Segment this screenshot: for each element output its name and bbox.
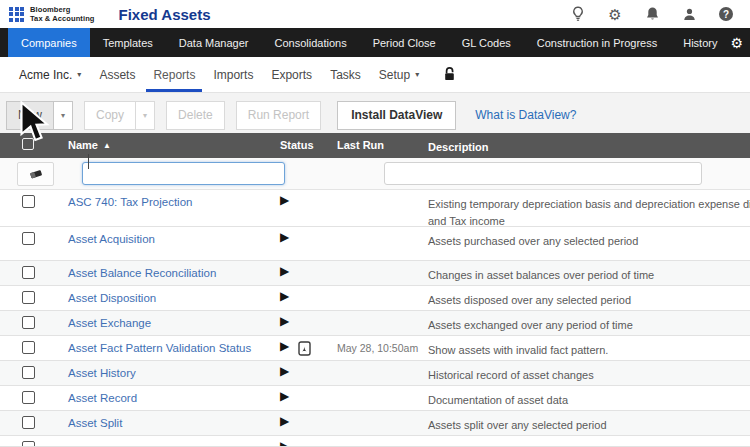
row-checkbox[interactable] <box>22 291 35 304</box>
table-row[interactable]: Asset Balance Reconciliation ▶ Changes i… <box>0 261 750 286</box>
bloomberg-logo-text: Bloomberg Tax & Accounting <box>30 5 95 23</box>
last-run-value <box>332 311 420 335</box>
filter-row <box>0 158 750 190</box>
delete-button[interactable]: Delete <box>166 101 225 130</box>
bloomberg-grid-logo-icon <box>9 7 24 22</box>
row-checkbox[interactable] <box>22 441 35 447</box>
reports-toolbar: New ▾ Copy ▾ Delete Run Report Install D… <box>6 100 576 130</box>
install-dataview-button[interactable]: Install DataView <box>337 101 456 130</box>
row-checkbox[interactable] <box>22 316 35 329</box>
page-title: Fixed Assets <box>119 6 211 23</box>
tab-tasks[interactable]: Tasks <box>321 57 370 92</box>
tab-assets[interactable]: Assets <box>90 57 144 92</box>
tab-imports[interactable]: Imports <box>204 57 262 92</box>
last-run-value: May 28, 10:50am <box>332 336 420 360</box>
run-report-icon[interactable]: ▶ <box>280 390 289 403</box>
report-link[interactable]: Asset Disposition <box>68 292 156 304</box>
table-header: Name▲ Status Last Run Description <box>0 133 750 158</box>
report-link[interactable]: Asset Balance Reconciliation <box>68 267 216 279</box>
company-selector[interactable]: Acme Inc. ▾ <box>10 57 90 92</box>
company-name: Acme Inc. <box>19 68 72 82</box>
run-report-button[interactable]: Run Report <box>236 101 321 130</box>
nav-tab-data-manager[interactable]: Data Manager <box>166 28 262 57</box>
report-link[interactable]: Asset Record <box>68 392 137 404</box>
nav-gear-icon[interactable]: ⚙ <box>730 35 743 51</box>
nav-tab-consolidations[interactable]: Consolidations <box>262 28 360 57</box>
nav-tab-period-close[interactable]: Period Close <box>360 28 449 57</box>
notifications-bell-icon[interactable] <box>644 6 660 22</box>
tab-reports[interactable]: Reports <box>144 57 204 92</box>
row-checkbox[interactable] <box>22 416 35 429</box>
run-report-icon[interactable]: ▶ <box>280 415 289 428</box>
description-filter-input[interactable] <box>384 162 702 185</box>
tab-setup[interactable]: Setup ▾ <box>370 57 428 92</box>
row-checkbox[interactable] <box>22 341 35 354</box>
new-dropdown-button[interactable]: ▾ <box>54 101 73 130</box>
copy-dropdown-button[interactable]: ▾ <box>136 101 155 130</box>
report-description: Assets purchased over any selected perio… <box>420 227 750 260</box>
table-row[interactable]: Asset Exchange ▶ Assets exchanged over a… <box>0 311 750 336</box>
last-run-value <box>332 361 420 385</box>
nav-tab-history[interactable]: History <box>670 28 730 57</box>
table-row[interactable]: Asset Disposition ▶ Assets disposed over… <box>0 286 750 311</box>
row-checkbox[interactable] <box>22 195 35 208</box>
lightbulb-icon[interactable] <box>570 6 586 22</box>
table-row[interactable]: Asset Acquisition ▶ Assets purchased ove… <box>0 227 750 261</box>
last-run-value <box>332 411 420 435</box>
last-run-value <box>332 190 420 226</box>
report-description: Historical record of asset changes <box>420 361 750 385</box>
run-report-icon[interactable]: ▶ <box>280 265 289 278</box>
table-row[interactable]: Asset Fact Pattern Validation Status ▶ M… <box>0 336 750 361</box>
row-checkbox[interactable] <box>22 232 35 245</box>
table-row[interactable]: ASC 740: Tax Projection ▶ Existing tempo… <box>0 190 750 227</box>
run-report-icon[interactable]: ▶ <box>280 290 289 303</box>
name-filter-input[interactable] <box>82 162 285 185</box>
table-row[interactable]: Asset History ▶ Historical record of ass… <box>0 361 750 386</box>
report-link[interactable]: Asset Fact Pattern Validation Status <box>68 342 251 354</box>
run-report-icon: ▶ <box>280 440 289 447</box>
help-icon[interactable]: ? <box>718 6 734 22</box>
new-button[interactable]: New <box>6 101 54 130</box>
table-row[interactable]: Asset Record ▶ Documentation of asset da… <box>0 386 750 411</box>
column-header-description[interactable]: Description <box>420 133 750 158</box>
sub-nav: Acme Inc. ▾ Assets Reports Imports Expor… <box>0 57 750 93</box>
report-link[interactable]: Asset Exchange <box>68 317 151 329</box>
nav-tab-companies[interactable]: Companies <box>8 28 90 57</box>
what-is-dataview-link[interactable]: What is DataView? <box>475 108 576 122</box>
nav-tab-construction-in-progress[interactable]: Construction in Progress <box>524 28 670 57</box>
row-checkbox[interactable] <box>22 266 35 279</box>
pdf-file-icon[interactable] <box>298 341 311 358</box>
report-link[interactable]: ASC 740: Tax Projection <box>68 196 192 208</box>
lock-icon[interactable] <box>442 57 457 92</box>
chevron-down-icon: ▾ <box>415 70 419 79</box>
table-row-partial: ▶ <box>0 436 750 447</box>
last-run-value <box>332 286 420 310</box>
copy-button[interactable]: Copy <box>84 101 136 130</box>
report-link[interactable]: Asset History <box>68 367 136 379</box>
chevron-down-icon: ▾ <box>77 70 81 79</box>
main-nav: Companies Templates Data Manager Consoli… <box>0 28 750 57</box>
select-all-checkbox[interactable] <box>22 138 34 150</box>
run-report-icon[interactable]: ▶ <box>280 315 289 328</box>
report-description: Documentation of asset data <box>420 386 750 410</box>
run-report-icon[interactable]: ▶ <box>280 340 289 353</box>
user-account-icon[interactable] <box>681 6 697 22</box>
settings-gear-icon[interactable]: ⚙ <box>607 6 623 22</box>
report-description: Assets disposed over any selected period <box>420 286 750 310</box>
row-checkbox[interactable] <box>22 366 35 379</box>
report-description: Show assets with invalid fact pattern. <box>420 336 750 360</box>
tab-exports[interactable]: Exports <box>262 57 321 92</box>
report-description: Assets exchanged over any period of time <box>420 311 750 335</box>
run-report-icon[interactable]: ▶ <box>280 231 289 244</box>
run-report-icon[interactable]: ▶ <box>280 194 289 207</box>
run-report-icon[interactable]: ▶ <box>280 365 289 378</box>
report-link[interactable]: Asset Acquisition <box>68 233 155 245</box>
report-link[interactable]: Asset Split <box>68 417 122 429</box>
column-header-status[interactable]: Status <box>274 133 332 158</box>
nav-tab-gl-codes[interactable]: GL Codes <box>449 28 524 57</box>
nav-tab-templates[interactable]: Templates <box>90 28 166 57</box>
sort-ascending-icon: ▲ <box>103 141 111 150</box>
row-checkbox[interactable] <box>22 391 35 404</box>
table-row[interactable]: Asset Split ▶ Assets split over any sele… <box>0 411 750 436</box>
column-header-last-run[interactable]: Last Run <box>332 133 420 158</box>
